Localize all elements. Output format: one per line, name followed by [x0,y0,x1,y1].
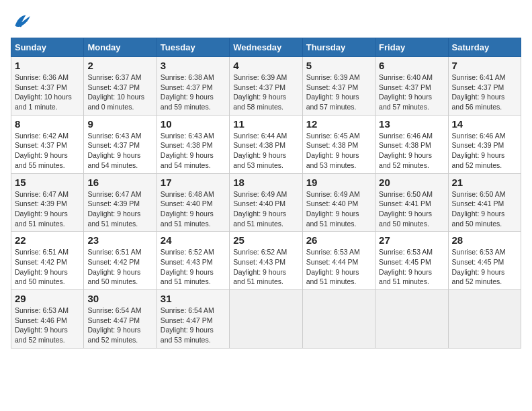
calendar-cell [302,290,375,349]
day-number: 14 [452,118,517,130]
week-row-3: 15 Sunrise: 6:47 AM Sunset: 4:39 PM Dayl… [11,173,521,232]
day-info: Sunrise: 6:54 AM Sunset: 4:47 PM Dayligh… [161,306,226,345]
day-number: 13 [379,118,444,130]
calendar-cell: 19 Sunrise: 6:49 AM Sunset: 4:40 PM Dayl… [302,173,375,232]
logo [11,11,35,32]
calendar-cell: 5 Sunrise: 6:39 AM Sunset: 4:37 PM Dayli… [302,57,375,116]
weekday-header-tuesday: Tuesday [157,38,229,57]
calendar-cell: 9 Sunrise: 6:43 AM Sunset: 4:37 PM Dayli… [84,115,157,173]
day-number: 3 [161,60,226,71]
day-number: 21 [452,177,517,188]
calendar-cell: 21 Sunrise: 6:50 AM Sunset: 4:41 PM Dayl… [448,173,521,232]
day-number: 19 [306,177,371,188]
day-info: Sunrise: 6:49 AM Sunset: 4:40 PM Dayligh… [306,189,371,229]
calendar-cell: 6 Sunrise: 6:40 AM Sunset: 4:37 PM Dayli… [375,57,448,116]
calendar-cell: 29 Sunrise: 6:53 AM Sunset: 4:46 PM Dayl… [11,290,84,349]
day-info: Sunrise: 6:53 AM Sunset: 4:44 PM Dayligh… [306,247,371,287]
day-info: Sunrise: 6:43 AM Sunset: 4:38 PM Dayligh… [161,131,226,171]
day-number: 17 [161,177,226,188]
day-info: Sunrise: 6:53 AM Sunset: 4:45 PM Dayligh… [452,247,517,287]
day-number: 25 [233,234,298,246]
day-info: Sunrise: 6:37 AM Sunset: 4:37 PM Dayligh… [87,73,152,112]
week-row-1: 1 Sunrise: 6:36 AM Sunset: 4:37 PM Dayli… [11,57,521,116]
day-number: 18 [233,177,298,188]
day-number: 20 [379,177,444,188]
day-number: 4 [233,60,298,71]
calendar-cell: 30 Sunrise: 6:54 AM Sunset: 4:47 PM Dayl… [84,290,157,349]
calendar-cell: 10 Sunrise: 6:43 AM Sunset: 4:38 PM Dayl… [157,115,229,173]
calendar-cell: 8 Sunrise: 6:42 AM Sunset: 4:37 PM Dayli… [11,115,84,173]
day-info: Sunrise: 6:48 AM Sunset: 4:40 PM Dayligh… [161,189,226,229]
day-info: Sunrise: 6:54 AM Sunset: 4:47 PM Dayligh… [87,306,152,345]
day-info: Sunrise: 6:50 AM Sunset: 4:41 PM Dayligh… [452,189,517,229]
weekday-header-sunday: Sunday [11,38,84,57]
calendar-cell: 1 Sunrise: 6:36 AM Sunset: 4:37 PM Dayli… [11,57,84,116]
calendar-cell: 11 Sunrise: 6:44 AM Sunset: 4:38 PM Dayl… [230,115,302,173]
calendar-cell: 22 Sunrise: 6:51 AM Sunset: 4:42 PM Dayl… [11,232,84,290]
day-info: Sunrise: 6:40 AM Sunset: 4:37 PM Dayligh… [379,73,444,112]
day-number: 27 [379,234,444,246]
day-number: 23 [87,234,152,246]
weekday-header-wednesday: Wednesday [230,38,302,57]
day-info: Sunrise: 6:51 AM Sunset: 4:42 PM Dayligh… [15,247,80,287]
day-number: 22 [15,234,80,246]
calendar-cell: 27 Sunrise: 6:53 AM Sunset: 4:45 PM Dayl… [375,232,448,290]
calendar-cell: 13 Sunrise: 6:46 AM Sunset: 4:38 PM Dayl… [375,115,448,173]
calendar-cell: 26 Sunrise: 6:53 AM Sunset: 4:44 PM Dayl… [302,232,375,290]
day-info: Sunrise: 6:53 AM Sunset: 4:46 PM Dayligh… [15,306,80,345]
day-number: 28 [452,234,517,246]
week-row-4: 22 Sunrise: 6:51 AM Sunset: 4:42 PM Dayl… [11,232,521,290]
day-number: 29 [15,293,80,304]
day-number: 24 [161,234,226,246]
day-number: 6 [379,60,444,71]
weekday-header-saturday: Saturday [448,38,521,57]
calendar-cell: 16 Sunrise: 6:47 AM Sunset: 4:39 PM Dayl… [84,173,157,232]
page-header [11,11,521,32]
calendar-cell [230,290,302,349]
week-row-2: 8 Sunrise: 6:42 AM Sunset: 4:37 PM Dayli… [11,115,521,173]
logo-icon [11,11,32,32]
day-number: 7 [452,60,517,71]
day-number: 2 [87,60,152,71]
day-number: 8 [15,118,80,130]
calendar-cell [448,290,521,349]
calendar-cell: 3 Sunrise: 6:38 AM Sunset: 4:37 PM Dayli… [157,57,229,116]
calendar-cell: 23 Sunrise: 6:51 AM Sunset: 4:42 PM Dayl… [84,232,157,290]
calendar-cell: 14 Sunrise: 6:46 AM Sunset: 4:39 PM Dayl… [448,115,521,173]
calendar-cell: 18 Sunrise: 6:49 AM Sunset: 4:40 PM Dayl… [230,173,302,232]
day-number: 12 [306,118,371,130]
calendar-table: SundayMondayTuesdayWednesdayThursdayFrid… [11,38,521,349]
day-info: Sunrise: 6:39 AM Sunset: 4:37 PM Dayligh… [233,73,298,112]
calendar-cell: 20 Sunrise: 6:50 AM Sunset: 4:41 PM Dayl… [375,173,448,232]
day-info: Sunrise: 6:46 AM Sunset: 4:38 PM Dayligh… [379,131,444,171]
weekday-header-thursday: Thursday [302,38,375,57]
day-info: Sunrise: 6:45 AM Sunset: 4:38 PM Dayligh… [306,131,371,171]
day-info: Sunrise: 6:50 AM Sunset: 4:41 PM Dayligh… [379,189,444,229]
day-info: Sunrise: 6:52 AM Sunset: 4:43 PM Dayligh… [233,247,298,287]
calendar-cell: 25 Sunrise: 6:52 AM Sunset: 4:43 PM Dayl… [230,232,302,290]
calendar-cell: 15 Sunrise: 6:47 AM Sunset: 4:39 PM Dayl… [11,173,84,232]
day-number: 16 [87,177,152,188]
day-number: 9 [87,118,152,130]
calendar-cell: 2 Sunrise: 6:37 AM Sunset: 4:37 PM Dayli… [84,57,157,116]
weekday-header-row: SundayMondayTuesdayWednesdayThursdayFrid… [11,38,521,57]
day-number: 31 [161,293,226,304]
day-info: Sunrise: 6:47 AM Sunset: 4:39 PM Dayligh… [87,189,152,229]
day-info: Sunrise: 6:49 AM Sunset: 4:40 PM Dayligh… [233,189,298,229]
day-number: 26 [306,234,371,246]
day-info: Sunrise: 6:53 AM Sunset: 4:45 PM Dayligh… [379,247,444,287]
day-info: Sunrise: 6:36 AM Sunset: 4:37 PM Dayligh… [15,73,80,112]
day-info: Sunrise: 6:47 AM Sunset: 4:39 PM Dayligh… [15,189,80,229]
weekday-header-monday: Monday [84,38,157,57]
calendar-cell: 28 Sunrise: 6:53 AM Sunset: 4:45 PM Dayl… [448,232,521,290]
day-number: 10 [161,118,226,130]
calendar-cell: 31 Sunrise: 6:54 AM Sunset: 4:47 PM Dayl… [157,290,229,349]
day-number: 15 [15,177,80,188]
day-number: 5 [306,60,371,71]
day-info: Sunrise: 6:42 AM Sunset: 4:37 PM Dayligh… [15,131,80,171]
calendar-cell: 12 Sunrise: 6:45 AM Sunset: 4:38 PM Dayl… [302,115,375,173]
day-info: Sunrise: 6:51 AM Sunset: 4:42 PM Dayligh… [87,247,152,287]
day-info: Sunrise: 6:38 AM Sunset: 4:37 PM Dayligh… [161,73,226,112]
calendar-cell: 24 Sunrise: 6:52 AM Sunset: 4:43 PM Dayl… [157,232,229,290]
day-number: 1 [15,60,80,71]
